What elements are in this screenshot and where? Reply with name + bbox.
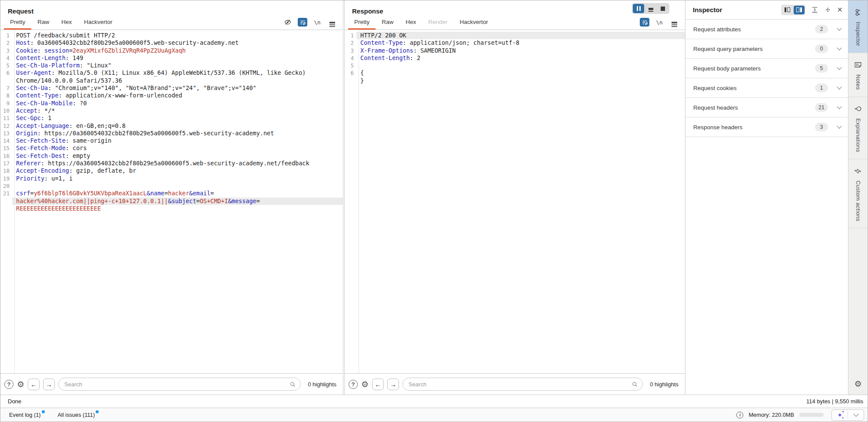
wrap-lines-icon[interactable]: [298, 18, 307, 27]
close-icon[interactable]: ✕: [837, 6, 843, 14]
menu-icon[interactable]: [327, 18, 337, 27]
dock-left-icon[interactable]: [782, 6, 793, 14]
all-issues-button[interactable]: All issues (111): [58, 412, 99, 418]
inspector-section-request-headers[interactable]: Request headers21: [685, 98, 848, 117]
panel-position-toggle: [781, 5, 805, 15]
chevron-down-icon: [837, 45, 841, 50]
columns-layout-icon[interactable]: [633, 4, 644, 13]
code-line: }: [345, 77, 685, 84]
request-tabs: PrettyRawHexHackvertor \n: [0, 16, 343, 30]
line-content: Accept-Encoding: gzip, deflate, br: [12, 167, 343, 174]
response-tab-hackvertor[interactable]: Hackvertor: [454, 16, 494, 30]
line-number: [0, 205, 12, 212]
count-badge: 1: [815, 84, 828, 92]
line-content: Cookie: session=2eayXMixfGZbliZVRqR4PpZ2…: [12, 47, 343, 54]
code-line: 5Sec-Ch-Ua-Platform: "Linux": [0, 62, 343, 69]
inspector-section-request-attributes[interactable]: Request attributes2: [685, 20, 848, 39]
settings-gear-icon[interactable]: ⚙: [854, 375, 861, 395]
request-editor[interactable]: 1POST /feedback/submit HTTP/22Host: 0a36…: [0, 30, 343, 373]
code-line: 3Cookie: session=2eayXMixfGZbliZVRqR4PpZ…: [0, 47, 343, 54]
line-number: 15: [0, 144, 12, 152]
inspector-title: Inspector: [693, 6, 722, 13]
burp-repeater-window: Request PrettyRawHexHackvertor \n 1POST …: [0, 0, 868, 422]
line-content: Chrome/140.0.0.0 Safari/537.36: [12, 77, 343, 84]
visibility-off-icon[interactable]: [283, 18, 293, 27]
line-number: 7: [0, 84, 12, 92]
line-number: [345, 77, 356, 84]
memory-usage: Memory: 220.0MB: [748, 412, 794, 418]
dock-right-icon[interactable]: [794, 6, 805, 14]
rows-layout-icon[interactable]: [645, 4, 656, 13]
response-search-box: [402, 378, 643, 391]
request-status: Done: [8, 398, 21, 405]
code-line: 20: [0, 182, 343, 190]
line-number: 20: [0, 182, 12, 190]
inspector-section-request-cookies[interactable]: Request cookies1: [685, 78, 848, 98]
request-search-input[interactable]: [64, 381, 289, 388]
line-number: 21: [0, 190, 12, 197]
collapse-all-icon[interactable]: [824, 6, 831, 13]
help-icon[interactable]: ?: [349, 380, 358, 389]
code-line: 14Sec-Fetch-Site: same-origin: [0, 137, 343, 144]
line-content: Sec-Fetch-Dest: empty: [12, 152, 343, 160]
line-content: Accept: */*: [12, 107, 343, 114]
response-search-input[interactable]: [409, 381, 632, 388]
code-line: 6{: [345, 69, 685, 77]
response-tab-pretty[interactable]: Pretty: [348, 16, 376, 30]
wrap-lines-icon[interactable]: [640, 18, 649, 27]
line-number: 1: [0, 32, 12, 39]
request-title: Request: [0, 0, 343, 16]
line-content: User-Agent: Mozilla/5.0 (X11; Linux x86_…: [12, 69, 343, 77]
request-tab-hex[interactable]: Hex: [55, 16, 78, 30]
side-tab-inspector[interactable]: Inspector: [848, 0, 868, 53]
request-tab-hackvertor[interactable]: Hackvertor: [78, 16, 118, 30]
line-number: 2: [345, 39, 356, 47]
request-tab-pretty[interactable]: Pretty: [4, 16, 31, 30]
single-layout-icon[interactable]: [657, 4, 668, 13]
line-number: 3: [0, 47, 12, 54]
memory-progress-bar: [799, 413, 824, 417]
response-editor[interactable]: 1HTTP/2 200 OK2Content-Type: application…: [345, 30, 685, 373]
lightbulb-icon: [854, 104, 862, 113]
expand-all-icon[interactable]: [811, 6, 818, 13]
ai-dropdown-button[interactable]: [848, 410, 864, 420]
request-tab-raw[interactable]: Raw: [31, 16, 55, 30]
status-bar: Event log (1) All issues (111) i Memory:…: [0, 408, 868, 422]
line-number: 16: [0, 152, 12, 160]
inspector-section-request-query-parameters[interactable]: Request query parameters0: [685, 39, 848, 59]
side-tab-notes[interactable]: Notes: [848, 53, 868, 97]
event-log-button[interactable]: Event log (1): [9, 412, 45, 418]
code-line: hacker%40hacker.com||ping+-c+10+127.0.0.…: [0, 198, 343, 205]
ai-sparkles-button[interactable]: ✦✦✦: [832, 410, 848, 420]
search-prev-button[interactable]: ←: [372, 378, 384, 390]
inspector-section-response-headers[interactable]: Response headers3: [685, 117, 848, 137]
side-tab-custom-actions[interactable]: Custom actions: [848, 159, 868, 228]
line-number: 8: [0, 92, 12, 99]
line-content: REEEEEEEEEEEEEEEEEEEEEEE: [12, 205, 343, 212]
newline-icon[interactable]: \n: [313, 18, 322, 27]
code-line: 17Referer: https://0a360054032cbb2f80b29…: [0, 160, 343, 167]
response-tab-raw[interactable]: Raw: [376, 16, 399, 30]
line-number: 17: [0, 160, 12, 167]
side-tab-strip: InspectorNotesExplanationsCustom actions…: [848, 0, 868, 395]
search-prev-button[interactable]: ←: [28, 378, 40, 390]
line-content: Sec-Fetch-Site: same-origin: [12, 137, 343, 144]
search-settings-icon[interactable]: ⚙: [361, 380, 369, 389]
code-line: 10Accept: */*: [0, 107, 343, 114]
inspector-section-request-body-parameters[interactable]: Request body parameters5: [685, 59, 848, 78]
code-line: Chrome/140.0.0.0 Safari/537.36: [0, 77, 343, 84]
help-icon[interactable]: ?: [4, 380, 13, 389]
newline-icon[interactable]: \n: [655, 18, 664, 27]
response-tab-hex[interactable]: Hex: [399, 16, 422, 30]
search-settings-icon[interactable]: ⚙: [17, 380, 24, 389]
side-tab-explanations[interactable]: Explanations: [848, 97, 868, 159]
line-content: [356, 62, 685, 69]
code-line: 16Sec-Fetch-Dest: empty: [0, 152, 343, 160]
line-content: }: [356, 77, 685, 84]
search-next-button[interactable]: →: [43, 378, 55, 390]
code-line: 18Accept-Encoding: gzip, deflate, br: [0, 167, 343, 174]
menu-icon[interactable]: [669, 18, 679, 27]
search-next-button[interactable]: →: [387, 378, 399, 390]
line-number: 6: [0, 69, 12, 77]
code-line: 13Origin: https://0a360054032cbb2f80b29e…: [0, 130, 343, 137]
